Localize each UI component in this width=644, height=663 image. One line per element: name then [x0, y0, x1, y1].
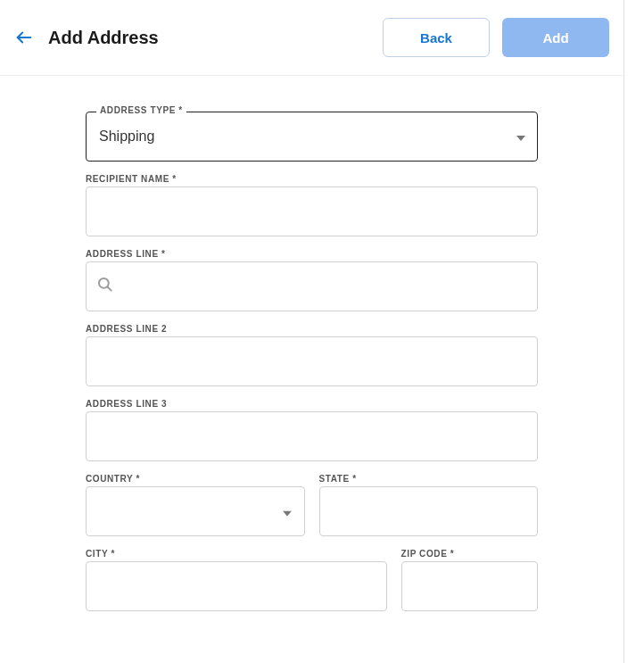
- address-line-field: ADDRESS LINE *: [86, 261, 538, 311]
- caret-down-icon: [283, 504, 292, 519]
- country-select[interactable]: [86, 486, 305, 536]
- page-header: Add Address Back Add: [0, 0, 623, 76]
- add-button[interactable]: Add: [502, 18, 609, 57]
- recipient-name-field: RECIPIENT NAME *: [86, 186, 538, 236]
- search-icon: [96, 276, 114, 297]
- zip-input[interactable]: [401, 561, 538, 611]
- address-line-2-label: ADDRESS LINE 2: [86, 324, 167, 334]
- state-input[interactable]: [319, 486, 539, 536]
- page-title: Add Address: [48, 28, 383, 48]
- address-line-2-field: ADDRESS LINE 2: [86, 336, 538, 386]
- address-line-label: ADDRESS LINE *: [86, 249, 166, 259]
- country-field: COUNTRY *: [86, 486, 305, 536]
- header-actions: Back Add: [383, 18, 609, 57]
- state-label: STATE *: [319, 474, 357, 484]
- city-field: CITY *: [86, 561, 387, 611]
- address-line-3-label: ADDRESS LINE 3: [86, 399, 167, 409]
- address-form: ADDRESS TYPE * Shipping RECIPIENT NAME *…: [0, 76, 623, 611]
- zip-label: ZIP CODE *: [401, 549, 455, 559]
- recipient-name-input[interactable]: [86, 186, 538, 236]
- recipient-name-label: RECIPIENT NAME *: [86, 174, 177, 184]
- city-input[interactable]: [86, 561, 387, 611]
- state-field: STATE *: [319, 486, 539, 536]
- address-line-2-input[interactable]: [86, 336, 538, 386]
- address-type-label: ADDRESS TYPE *: [96, 105, 186, 115]
- address-type-select[interactable]: Shipping: [86, 112, 538, 162]
- address-line-input[interactable]: [86, 261, 538, 311]
- address-type-field[interactable]: ADDRESS TYPE * Shipping: [86, 112, 538, 162]
- city-label: CITY *: [86, 549, 115, 559]
- svg-line-2: [108, 287, 111, 291]
- zip-field: ZIP CODE *: [401, 561, 538, 611]
- back-arrow-icon[interactable]: [14, 28, 34, 47]
- back-button[interactable]: Back: [383, 18, 490, 57]
- address-line-3-field: ADDRESS LINE 3: [86, 411, 538, 461]
- address-line-3-input[interactable]: [86, 411, 538, 461]
- country-label: COUNTRY *: [86, 474, 140, 484]
